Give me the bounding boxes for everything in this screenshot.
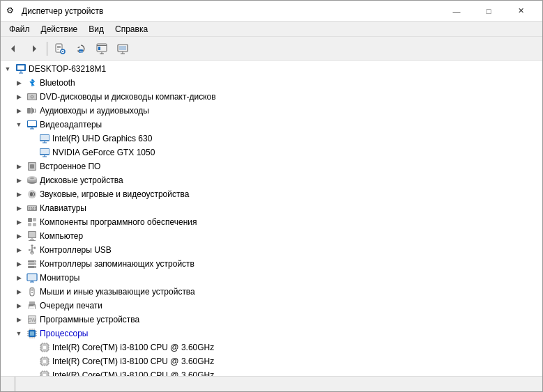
sw-devices-expand-icon[interactable]: ▶ bbox=[13, 314, 24, 325]
mouse-item[interactable]: ▶ Мыши и иные указывающие устройства bbox=[1, 285, 542, 299]
menu-view[interactable]: Вид bbox=[83, 23, 109, 36]
svg-rect-126 bbox=[43, 359, 47, 363]
disk-icon bbox=[26, 175, 38, 186]
svg-point-28 bbox=[32, 97, 33, 97]
disk-item[interactable]: ▶ Дисковые устройства bbox=[1, 173, 542, 187]
menu-file[interactable]: Файл bbox=[3, 23, 36, 36]
bluetooth-item[interactable]: ▶ Bluetooth bbox=[1, 76, 542, 90]
toolbar: HW bbox=[1, 37, 542, 61]
svg-rect-72 bbox=[34, 247, 36, 249]
usb-expand-icon[interactable]: ▶ bbox=[13, 244, 24, 256]
svg-rect-29 bbox=[27, 108, 31, 113]
close-button[interactable]: ✕ bbox=[505, 1, 537, 22]
minimize-button[interactable]: — bbox=[441, 1, 473, 22]
printer-icon bbox=[26, 300, 38, 311]
menu-action[interactable]: Действие bbox=[36, 23, 84, 36]
svg-rect-14 bbox=[98, 47, 100, 50]
dvd-expand-icon[interactable]: ▶ bbox=[13, 91, 24, 102]
processors-icon bbox=[26, 328, 38, 339]
cpu-1-item[interactable]: Intel(R) Core(TM) i3-8100 CPU @ 3.60GHz bbox=[1, 354, 542, 368]
maximize-button[interactable]: □ bbox=[473, 1, 505, 22]
svg-rect-92 bbox=[30, 308, 34, 308]
mouse-label: Мыши и иные указывающие устройства bbox=[40, 287, 195, 297]
software-devices-item[interactable]: ▶ SW Программные устройства bbox=[1, 313, 542, 327]
window-title: Диспетчер устройств bbox=[22, 6, 103, 16]
svg-rect-57 bbox=[29, 209, 30, 210]
nvidia-item[interactable]: NVIDIA GeForce GTX 1050 bbox=[1, 146, 542, 159]
sound-item[interactable]: ▶ Звуковые, игровые и видеоустройства bbox=[1, 187, 542, 201]
bluetooth-label: Bluetooth bbox=[40, 78, 75, 88]
audio-item[interactable]: ▶ Аудиовходы и аудиовыходы bbox=[1, 104, 542, 118]
computer-expand-icon[interactable]: ▶ bbox=[13, 230, 24, 242]
audio-expand-icon[interactable]: ▶ bbox=[13, 105, 24, 116]
monitors-item[interactable]: ▶ Мониторы bbox=[1, 271, 542, 285]
svg-rect-56 bbox=[35, 207, 36, 208]
processors-item[interactable]: ▼ bbox=[1, 327, 542, 340]
sw-components-expand-icon[interactable]: ▶ bbox=[13, 217, 24, 228]
root-expand-icon[interactable]: ▼ bbox=[2, 63, 13, 75]
intel-uhd-item[interactable]: Intel(R) UHD Graphics 630 bbox=[1, 132, 542, 146]
cpu-2-item[interactable]: Intel(R) Core(TM) i3-8100 CPU @ 3.60GHz bbox=[1, 368, 542, 376]
properties-button[interactable] bbox=[50, 40, 70, 58]
computer-icon bbox=[15, 63, 26, 75]
device-manager-window: ⚙ Диспетчер устройств — □ ✕ Файл Действи… bbox=[0, 0, 543, 392]
cpu-2-icon bbox=[39, 370, 50, 376]
keyboard-item[interactable]: ▶ Клавиатуры bbox=[1, 201, 542, 215]
keyboard-label: Клавиатуры bbox=[40, 203, 86, 213]
mouse-icon bbox=[26, 286, 38, 297]
sw-devices-icon: SW bbox=[26, 314, 38, 325]
usb-item[interactable]: ▶ Контроллеры USB bbox=[1, 243, 542, 257]
disk-expand-icon[interactable]: ▶ bbox=[13, 175, 24, 186]
monitors-expand-icon[interactable]: ▶ bbox=[13, 272, 24, 283]
firmware-item[interactable]: ▶ Встроенное ПО bbox=[1, 159, 542, 173]
bluetooth-icon bbox=[26, 77, 38, 88]
title-controls: — □ ✕ bbox=[441, 1, 537, 22]
audio-label: Аудиовходы и аудиовыходы bbox=[40, 106, 149, 116]
svg-rect-98 bbox=[30, 331, 34, 336]
firmware-expand-icon[interactable]: ▶ bbox=[13, 161, 24, 172]
svg-text:SW: SW bbox=[28, 317, 36, 322]
status-text bbox=[3, 377, 15, 391]
menu-help[interactable]: Справка bbox=[109, 23, 153, 36]
computer-item[interactable]: ▶ Компьютер bbox=[1, 229, 542, 243]
display-expand-icon[interactable]: ▼ bbox=[13, 119, 24, 130]
tree-view[interactable]: ▼ DESKTOP-63218M1 ▶ bbox=[1, 61, 542, 376]
storage-controllers-item[interactable]: ▶ Контроллеры запоминающих устройств bbox=[1, 257, 542, 271]
print-expand-icon[interactable]: ▶ bbox=[13, 300, 24, 311]
content-area: ▼ DESKTOP-63218M1 ▶ bbox=[1, 61, 542, 376]
tree-root[interactable]: ▼ DESKTOP-63218M1 bbox=[1, 62, 542, 76]
display-adapters-item[interactable]: ▼ Видеоадаптеры bbox=[1, 118, 542, 132]
svg-rect-58 bbox=[31, 209, 34, 210]
svg-rect-125 bbox=[41, 358, 48, 365]
bluetooth-expand-icon[interactable]: ▶ bbox=[13, 77, 24, 88]
storage-expand-icon[interactable]: ▶ bbox=[13, 258, 24, 269]
back-button[interactable] bbox=[3, 40, 23, 58]
toolbar-sep-1 bbox=[47, 42, 47, 56]
svg-point-79 bbox=[34, 261, 36, 262]
svg-text:HW: HW bbox=[79, 49, 84, 53]
software-components-item[interactable]: ▶ Компоненты программного обеспечения bbox=[1, 215, 542, 229]
svg-rect-59 bbox=[35, 209, 36, 210]
svg-rect-62 bbox=[28, 223, 31, 226]
svg-rect-65 bbox=[29, 232, 36, 237]
processors-expand-icon[interactable]: ▼ bbox=[13, 328, 24, 339]
cpu-0-label: Intel(R) Core(TM) i3-8100 CPU @ 3.60GHz bbox=[52, 343, 214, 352]
svg-rect-68 bbox=[29, 240, 36, 241]
svg-marker-70 bbox=[31, 244, 33, 246]
dvd-item[interactable]: ▶ DVD-дисководы и дисководы компакт-диск… bbox=[1, 90, 542, 104]
svg-rect-112 bbox=[43, 345, 47, 350]
scan-button[interactable] bbox=[92, 40, 112, 58]
cpu-0-item[interactable]: Intel(R) Core(TM) i3-8100 CPU @ 3.60GHz bbox=[1, 340, 542, 354]
sw-devices-label: Программные устройства bbox=[40, 315, 139, 324]
svg-marker-9 bbox=[77, 46, 79, 48]
update-button[interactable]: HW bbox=[71, 40, 91, 58]
keyboard-icon bbox=[26, 203, 38, 214]
forward-button[interactable] bbox=[24, 40, 44, 58]
display-button[interactable] bbox=[113, 40, 132, 58]
keyboard-expand-icon[interactable]: ▶ bbox=[13, 203, 24, 214]
print-queues-item[interactable]: ▶ Очереди печати bbox=[1, 299, 542, 313]
mouse-expand-icon[interactable]: ▶ bbox=[13, 286, 24, 297]
sound-label: Звуковые, игровые и видеоустройства bbox=[40, 189, 189, 199]
sound-expand-icon[interactable]: ▶ bbox=[13, 189, 24, 200]
svg-point-88 bbox=[31, 292, 33, 293]
